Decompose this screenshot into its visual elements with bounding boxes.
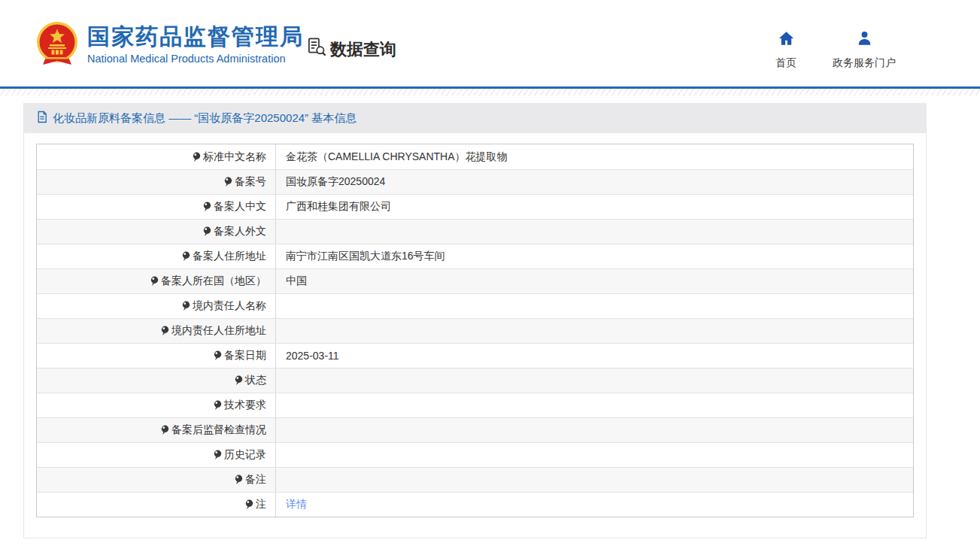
field-label: 备注 xyxy=(245,473,266,487)
table-row: 备案人所在国（地区） 中国 xyxy=(37,268,913,293)
balloon-note-icon xyxy=(235,375,243,386)
field-label-cell: 备注 xyxy=(37,468,276,492)
document-search-icon xyxy=(307,37,327,62)
field-label: 备案人外文 xyxy=(214,225,266,238)
balloon-note-icon xyxy=(245,499,253,510)
data-query-section[interactable]: 数据查询 xyxy=(307,37,396,62)
table-row: 备注 xyxy=(37,467,913,492)
field-value: 中国 xyxy=(286,274,307,288)
balloon-note-icon xyxy=(182,301,190,311)
field-value-cell xyxy=(276,393,913,417)
table-row: 境内责任人住所地址 xyxy=(37,318,913,343)
field-value: 国妆原备字20250024 xyxy=(286,175,385,189)
balloon-note-icon xyxy=(235,475,243,485)
field-value-cell xyxy=(276,368,913,393)
field-label-cell: 备案人中文 xyxy=(37,195,276,219)
table-row: 备案号 国妆原备字20250024 xyxy=(37,169,913,194)
field-label-cell: 备案日期 xyxy=(37,344,276,368)
field-value-cell xyxy=(276,319,913,343)
field-label-cell: 备案后监督检查情况 xyxy=(37,418,276,442)
field-label: 注 xyxy=(256,498,266,511)
site-subtitle: National Medical Products Administration xyxy=(87,53,304,65)
nav-home[interactable]: 首页 xyxy=(775,30,796,70)
field-value-cell: 2025-03-11 xyxy=(276,344,913,368)
field-label: 备案日期 xyxy=(224,349,266,362)
field-value-cell: 中国 xyxy=(276,269,913,293)
balloon-note-icon xyxy=(203,226,211,237)
field-label: 技术要求 xyxy=(224,399,266,412)
home-icon xyxy=(778,30,795,50)
page-title: 化妆品新原料备案信息 —— “国妆原备字20250024” 基本信息 xyxy=(53,111,357,126)
table-row: 备案后监督检查情况 xyxy=(37,417,913,442)
field-label-cell: 历史记录 xyxy=(37,443,276,467)
table-row: 备案人外文 xyxy=(37,219,913,244)
header-nav: 首页 政务服务门户 xyxy=(775,30,896,70)
page: 国家药品监督管理局 National Medical Products Admi… xyxy=(0,0,980,558)
field-label-cell: 备案人外文 xyxy=(37,220,276,244)
table-row: 标准中文名称 金花茶（CAMELLIA CHRYSANTHA）花提取物 xyxy=(37,144,913,169)
field-label-cell: 备案人所在国（地区） xyxy=(37,269,276,293)
content-panel: 化妆品新原料备案信息 —— “国妆原备字20250024” 基本信息 标准中文名… xyxy=(23,103,927,538)
field-label-cell: 备案号 xyxy=(37,170,276,194)
detail-link[interactable]: 详情 xyxy=(286,498,307,511)
field-label: 境内责任人住所地址 xyxy=(171,324,266,338)
field-value-cell xyxy=(276,443,913,467)
table-row: 备案人中文 广西和桂集团有限公司 xyxy=(37,194,913,219)
balloon-note-icon xyxy=(161,425,169,435)
balloon-note-icon xyxy=(214,450,222,460)
field-label: 备案人中文 xyxy=(214,200,266,214)
table-row: 历史记录 xyxy=(37,442,913,467)
header-texture-band xyxy=(0,89,980,96)
info-table: 标准中文名称 金花茶（CAMELLIA CHRYSANTHA）花提取物 备案号 … xyxy=(36,144,914,517)
field-label-cell: 注 xyxy=(37,493,276,517)
nav-home-label: 首页 xyxy=(775,56,796,70)
field-value-cell xyxy=(276,220,913,244)
nmpa-emblem-logo xyxy=(32,20,82,69)
nav-portal[interactable]: 政务服务门户 xyxy=(833,30,896,70)
field-value: 金花茶（CAMELLIA CHRYSANTHA）花提取物 xyxy=(286,150,508,164)
balloon-note-icon xyxy=(150,276,159,287)
field-label-cell: 技术要求 xyxy=(37,393,276,417)
balloon-note-icon xyxy=(214,350,222,361)
page-title-bar: 化妆品新原料备案信息 —— “国妆原备字20250024” 基本信息 xyxy=(24,103,926,133)
field-label: 备案后监督检查情况 xyxy=(171,423,266,437)
table-row: 境内责任人名称 xyxy=(37,293,913,318)
field-label: 备案号 xyxy=(235,175,266,189)
balloon-note-icon xyxy=(214,400,222,411)
balloon-note-icon xyxy=(203,202,211,212)
field-value-cell xyxy=(276,418,913,442)
field-value: 广西和桂集团有限公司 xyxy=(286,200,391,214)
field-label-cell: 境内责任人住所地址 xyxy=(37,319,276,343)
table-row: 技术要求 xyxy=(37,393,913,417)
brand-block: 国家药品监督管理局 National Medical Products Admi… xyxy=(87,23,304,65)
site-header: 国家药品监督管理局 National Medical Products Admi… xyxy=(0,0,980,86)
field-label: 境内责任人名称 xyxy=(193,299,266,313)
field-label: 状态 xyxy=(245,374,266,387)
field-value: 2025-03-11 xyxy=(286,350,339,362)
field-label: 备案人住所地址 xyxy=(193,250,266,263)
field-label-cell: 境内责任人名称 xyxy=(37,294,276,318)
user-icon xyxy=(856,30,873,50)
field-value-cell: 南宁市江南区国凯大道东16号车间 xyxy=(276,244,913,268)
table-row: 备案日期 2025-03-11 xyxy=(37,343,913,368)
nav-portal-label: 政务服务门户 xyxy=(833,56,896,70)
balloon-note-icon xyxy=(161,326,169,336)
balloon-note-icon xyxy=(182,251,190,262)
field-label: 备案人所在国（地区） xyxy=(161,274,266,288)
data-query-label: 数据查询 xyxy=(330,38,396,61)
field-label: 历史记录 xyxy=(224,448,266,462)
field-label-cell: 状态 xyxy=(37,368,276,393)
field-value-cell: 国妆原备字20250024 xyxy=(276,170,913,194)
table-row: 状态 xyxy=(37,368,913,393)
field-label: 标准中文名称 xyxy=(203,150,266,164)
field-value-cell: 金花茶（CAMELLIA CHRYSANTHA）花提取物 xyxy=(276,144,913,169)
document-icon xyxy=(37,111,47,126)
field-label-cell: 备案人住所地址 xyxy=(37,244,276,268)
balloon-note-icon xyxy=(224,177,232,187)
table-row: 注 详情 xyxy=(37,492,913,517)
field-value-cell: 详情 xyxy=(276,493,913,517)
field-label-cell: 标准中文名称 xyxy=(37,144,276,169)
site-title: 国家药品监督管理局 xyxy=(87,23,304,50)
field-value-cell: 广西和桂集团有限公司 xyxy=(276,195,913,219)
field-value-cell xyxy=(276,294,913,318)
